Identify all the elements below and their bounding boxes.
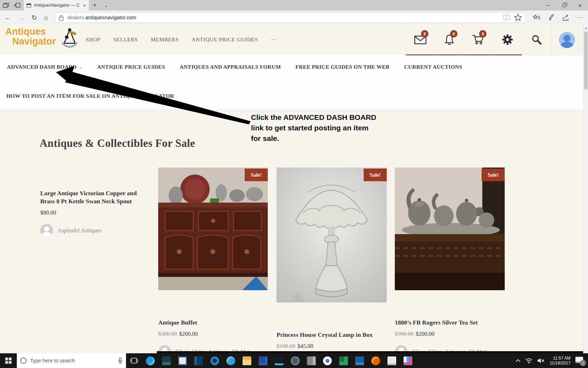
- web-note-pen-icon[interactable]: [547, 14, 555, 21]
- product-card[interactable]: Sale! Antique Buffet $300.00$200.00 Silv…: [158, 168, 268, 353]
- product-image-lamp[interactable]: Sale!: [276, 168, 387, 302]
- scrollbar-up-icon[interactable]: ▲: [583, 26, 588, 30]
- tab-close-icon[interactable]: ×: [83, 2, 86, 8]
- browser-tab[interactable]: AntiquesNavigator — C ×: [24, 0, 89, 11]
- old-price: $300.00: [395, 330, 414, 337]
- product-title[interactable]: Princess House Crystal Lamp in Box: [276, 331, 387, 339]
- nav-more-icon[interactable]: ⋯: [271, 36, 276, 43]
- web-page: Antiques Navigator SHOP SELLERS MEMBERS …: [0, 25, 588, 353]
- product-title[interactable]: 1880’s FB Rogers Silver Tea Set: [395, 319, 505, 327]
- menu-antiques-appraisals-forum[interactable]: ANTIQUES AND APPRAISALS FORUM: [180, 64, 281, 70]
- account-cell[interactable]: [551, 25, 583, 55]
- shop-content: Antiques & Collectibles For Sale Large A…: [0, 110, 588, 353]
- tab-list-dropdown-icon[interactable]: ⌄: [101, 0, 111, 11]
- product-card[interactable]: Large Antique Victorian Copper and Brass…: [40, 168, 150, 237]
- product-card[interactable]: Sale! 1880’s FB Rogers Silver Tea Set $3…: [395, 168, 505, 353]
- taskbar-app-photos-icon[interactable]: [351, 353, 368, 368]
- taskbar-app-excel-icon[interactable]: [335, 353, 351, 368]
- back-button[interactable]: ←: [4, 14, 11, 21]
- browser-titlebar: AntiquesNavigator — C × + ⌄ ×: [0, 0, 588, 11]
- site-logo[interactable]: Antiques Navigator: [5, 27, 80, 49]
- taskbar-app-skype-icon[interactable]: [223, 353, 239, 368]
- dealer-menu-row1: ADVANCED DASH BOARD⌄ ANTIQUE PRICE GUIDE…: [7, 64, 462, 70]
- taskbar-app-movies-icon[interactable]: [255, 353, 271, 368]
- action-center-button[interactable]: 2: [575, 356, 584, 365]
- taskbar-search-input[interactable]: Type here to search: [17, 353, 126, 368]
- hub-favorites-icon[interactable]: [533, 14, 540, 21]
- price: $200.00: [179, 330, 198, 337]
- taskbar-app-mail-icon[interactable]: [174, 353, 190, 368]
- close-button[interactable]: ×: [572, 0, 588, 11]
- product-title[interactable]: Antique Buffet: [158, 319, 268, 327]
- product-image-tea-set[interactable]: Sale!: [395, 168, 505, 290]
- taskbar-app-file-explorer-icon[interactable]: [239, 353, 255, 368]
- annotation-line: for sale.: [251, 133, 376, 144]
- price: $80.00: [40, 209, 56, 216]
- settings-more-icon[interactable]: ···: [577, 14, 584, 21]
- page-scrollbar[interactable]: ▲: [583, 25, 588, 353]
- volume-muted-icon[interactable]: [537, 358, 545, 363]
- taskbar-app-paint-icon[interactable]: [400, 353, 416, 368]
- taskbar-app-outlook-icon[interactable]: [190, 353, 206, 368]
- menu-antique-price-guides[interactable]: ANTIQUE PRICE GUIDES: [97, 64, 165, 70]
- taskbar-app-globe-icon[interactable]: [287, 353, 303, 368]
- start-button[interactable]: [0, 353, 17, 368]
- seller-name[interactable]: Asphodel Antiques: [57, 227, 102, 234]
- tray-show-hidden-icon[interactable]: [516, 358, 520, 363]
- refresh-button[interactable]: ↻: [31, 14, 37, 21]
- seller-avatar: [40, 224, 53, 237]
- product-image-buffet[interactable]: Sale!: [158, 168, 268, 290]
- messages-cell[interactable]: 0: [406, 25, 435, 55]
- taskbar-apps: [142, 353, 416, 368]
- scrollbar-thumb[interactable]: [584, 32, 588, 89]
- taskbar-app-chrome-icon[interactable]: [319, 353, 335, 368]
- microphone-icon[interactable]: [118, 357, 122, 364]
- taskbar-app-store-icon[interactable]: [158, 353, 174, 368]
- nav-members[interactable]: MEMBERS: [151, 36, 179, 43]
- notifications-cell[interactable]: 0: [435, 25, 464, 55]
- taskbar-app-office-icon[interactable]: [303, 353, 319, 368]
- cart-cell[interactable]: 0: [464, 25, 493, 55]
- set-tabs-aside-icon[interactable]: [14, 3, 20, 8]
- clock-time: 11:57 AM: [550, 356, 570, 361]
- product-title[interactable]: Large Antique Victorian Copper and Brass…: [40, 189, 150, 205]
- share-icon[interactable]: [562, 14, 570, 21]
- task-view-button[interactable]: [126, 353, 142, 368]
- nav-sellers[interactable]: SELLERS: [113, 36, 138, 43]
- sale-badge: Sale!: [245, 169, 268, 181]
- menu-how-to-post[interactable]: HOW TO POST AN ITEM FOR SALE ON ANTIQUES…: [6, 93, 174, 99]
- minimize-button[interactable]: [540, 0, 556, 11]
- product-card[interactable]: Sale! Princess House Crystal Lamp in Box…: [276, 168, 387, 350]
- new-tab-button[interactable]: +: [89, 0, 101, 11]
- menu-current-auctions[interactable]: CURRENT AUCTIONS: [404, 64, 462, 70]
- browser-toolbar: ← → ↻ ⌂ dealers.antiquesnavigator.com ··…: [0, 11, 588, 25]
- restore-button[interactable]: [556, 0, 572, 11]
- logo-line2: Navigator: [5, 36, 56, 46]
- taskbar-app-photoshop-icon[interactable]: [271, 353, 287, 368]
- chevron-down-icon: ⌄: [79, 65, 82, 70]
- nav-antique-price-guides[interactable]: ANTIQUE PRICE GUIDES: [192, 36, 258, 43]
- seller-row[interactable]: Asphodel Antiques: [40, 224, 150, 237]
- favorite-star-icon[interactable]: [514, 14, 522, 21]
- clock-date: 11/18/2017: [550, 361, 570, 366]
- home-button[interactable]: ⌂: [44, 14, 48, 21]
- nav-shop[interactable]: SHOP: [86, 36, 100, 43]
- url-subdomain: dealers.: [67, 15, 85, 20]
- taskbar-app-edge-icon[interactable]: [142, 353, 158, 368]
- search-cell[interactable]: [522, 25, 551, 55]
- address-bar[interactable]: dealers.antiquesnavigator.com: [55, 12, 526, 23]
- settings-cell[interactable]: [493, 25, 522, 55]
- user-avatar: [559, 32, 575, 48]
- primary-nav: SHOP SELLERS MEMBERS ANTIQUE PRICE GUIDE…: [86, 25, 276, 54]
- wifi-icon[interactable]: [525, 358, 532, 363]
- dealer-menu-row2: HOW TO POST AN ITEM FOR SALE ON ANTIQUES…: [6, 93, 174, 99]
- tab-preview-icon[interactable]: [3, 3, 9, 8]
- taskbar-app-notepad-icon[interactable]: [384, 353, 400, 368]
- taskbar-app-people-icon[interactable]: [206, 353, 223, 368]
- menu-free-price-guides[interactable]: FREE PRICE GUIDES ON THE WEB: [295, 64, 389, 70]
- header-icon-cells: 0 0 0: [406, 25, 583, 55]
- taskbar-app-firefox-icon[interactable]: [368, 353, 384, 368]
- taskbar-clock[interactable]: 11:57 AM 11/18/2017: [550, 356, 570, 366]
- menu-advanced-dash-board[interactable]: ADVANCED DASH BOARD⌄: [7, 64, 83, 70]
- price: $45.00: [298, 343, 313, 349]
